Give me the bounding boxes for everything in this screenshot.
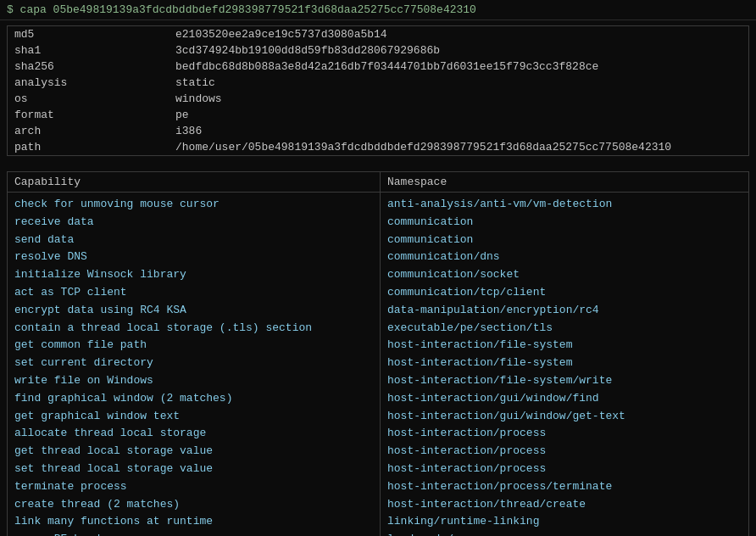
capability-item: get common file path [14, 337, 373, 355]
metadata-row: archi386 [8, 123, 748, 139]
capability-col-header: Capability [8, 172, 381, 192]
namespace-item: host-interaction/process [387, 425, 742, 443]
metadata-key: arch [8, 123, 169, 139]
capability-item: send data [14, 232, 373, 249]
namespace-item: load-code/pe [387, 531, 742, 536]
metadata-value: i386 [169, 123, 748, 139]
namespace-item: data-manipulation/encryption/rc4 [387, 302, 742, 320]
capability-item: create thread (2 matches) [14, 496, 373, 514]
metadata-key: analysis [8, 75, 169, 91]
capability-item: encrypt data using RC4 KSA [14, 302, 373, 320]
metadata-row: formatpe [8, 107, 748, 123]
namespace-item: communication/dns [387, 248, 742, 266]
metadata-row: oswindows [8, 91, 748, 107]
metadata-value: /home/user/05be49819139a3fdcdbddbdefd298… [169, 139, 748, 155]
title-prefix: $ capa [7, 3, 53, 16]
namespace-item: communication [387, 214, 742, 232]
capability-item: contain a thread local storage (.tls) se… [14, 320, 373, 338]
capability-item: link many functions at runtime [14, 513, 373, 531]
app: $ capa 05be49819139a3fdcdbddbdefd2983987… [0, 0, 756, 536]
metadata-key: path [8, 139, 169, 155]
capability-item: resolve DNS [14, 248, 373, 266]
capabilities-header: Capability Namespace [8, 172, 748, 193]
metadata-row: md5e2103520ee2a9ce19c5737d3080a5b14 [8, 26, 748, 42]
namespace-col-header: Namespace [381, 172, 748, 192]
metadata-key: os [8, 91, 169, 107]
capability-item: set current directory [14, 355, 373, 372]
metadata-value: bedfdbc68d8b088a3e8d42a216db7f03444701bb… [169, 59, 748, 75]
title-bar: $ capa 05be49819139a3fdcdbddbdefd2983987… [0, 0, 756, 20]
metadata-key: format [8, 107, 169, 123]
namespace-item: host-interaction/gui/window/get-text [387, 408, 742, 426]
namespace-item: communication/socket [387, 266, 742, 284]
capability-item: get thread local storage value [14, 443, 373, 461]
metadata-section: md5e2103520ee2a9ce19c5737d3080a5b14sha13… [7, 25, 749, 156]
capabilities-section: Capability Namespace check for unmoving … [7, 171, 749, 536]
namespace-item: host-interaction/file-system [387, 337, 742, 355]
capability-column: check for unmoving mouse cursorreceive d… [8, 193, 381, 536]
namespace-item: linking/runtime-linking [387, 513, 742, 531]
capability-item: check for unmoving mouse cursor [14, 196, 373, 214]
capability-item: terminate process [14, 478, 373, 496]
metadata-row: sha256bedfdbc68d8b088a3e8d42a216db7f0344… [8, 59, 748, 75]
metadata-value: pe [169, 107, 748, 123]
namespace-item: communication/tcp/client [387, 284, 742, 302]
namespace-item: communication [387, 232, 742, 249]
namespace-item: host-interaction/process [387, 461, 742, 478]
namespace-item: host-interaction/process [387, 443, 742, 461]
namespace-item: executable/pe/section/tls [387, 320, 742, 338]
capability-item: write file on Windows [14, 372, 373, 390]
metadata-row: sha13cd374924bb19100dd8d59fb83dd28067929… [8, 42, 748, 59]
capability-item: allocate thread local storage [14, 425, 373, 443]
metadata-value: static [169, 75, 748, 91]
capability-item: initialize Winsock library [14, 266, 373, 284]
metadata-row: path/home/user/05be49819139a3fdcdbddbdef… [8, 139, 748, 155]
capability-item: find graphical window (2 matches) [14, 390, 373, 408]
capability-item: act as TCP client [14, 284, 373, 302]
metadata-value: e2103520ee2a9ce19c5737d3080a5b14 [169, 26, 748, 42]
metadata-key: sha1 [8, 42, 169, 59]
namespace-item: host-interaction/process/terminate [387, 478, 742, 496]
namespace-item: host-interaction/thread/create [387, 496, 742, 514]
capability-item: receive data [14, 214, 373, 232]
capability-item: parse PE header [14, 531, 373, 536]
namespace-item: host-interaction/gui/window/find [387, 390, 742, 408]
metadata-row: analysisstatic [8, 75, 748, 91]
metadata-key: md5 [8, 26, 169, 42]
metadata-table: md5e2103520ee2a9ce19c5737d3080a5b14sha13… [8, 26, 748, 155]
metadata-value: windows [169, 91, 748, 107]
namespace-item: host-interaction/file-system [387, 355, 742, 372]
namespace-item: host-interaction/file-system/write [387, 372, 742, 390]
namespace-item: anti-analysis/anti-vm/vm-detection [387, 196, 742, 214]
metadata-value: 3cd374924bb19100dd8d59fb83dd28067929686b [169, 42, 748, 59]
capability-item: set thread local storage value [14, 461, 373, 478]
metadata-key: sha256 [8, 59, 169, 75]
capability-item: get graphical window text [14, 408, 373, 426]
title-hash: 05be49819139a3fdcdbddbdefd298398779521f3… [53, 3, 476, 16]
capabilities-body: check for unmoving mouse cursorreceive d… [8, 193, 748, 536]
namespace-column: anti-analysis/anti-vm/vm-detectioncommun… [381, 193, 748, 536]
